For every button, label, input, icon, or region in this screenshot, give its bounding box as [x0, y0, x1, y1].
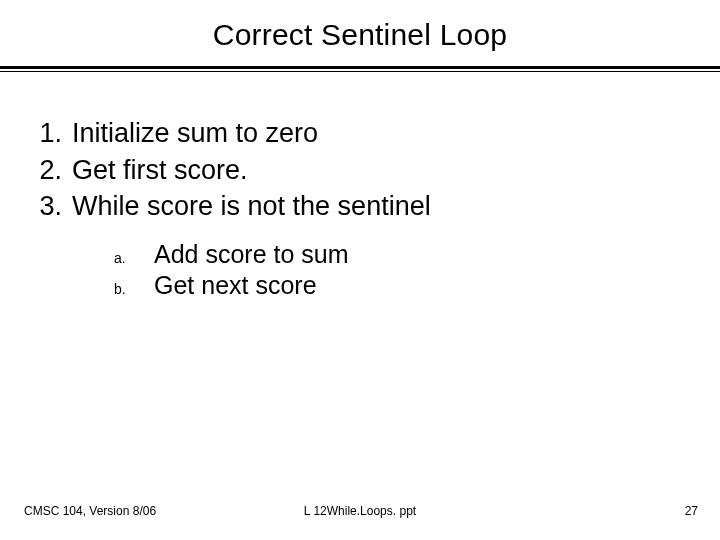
main-list: 1. Initialize sum to zero 2. Get first s… [28, 116, 692, 224]
list-item: 1. Initialize sum to zero [28, 116, 692, 151]
slide-title: Correct Sentinel Loop [0, 18, 720, 52]
slide: Correct Sentinel Loop 1. Initialize sum … [0, 0, 720, 540]
list-text: While score is not the sentinel [72, 189, 431, 224]
list-item: 3. While score is not the sentinel [28, 189, 692, 224]
list-number: 1. [28, 116, 72, 151]
sub-label: b. [114, 281, 154, 297]
list-number: 3. [28, 189, 72, 224]
sub-text: Get next score [154, 271, 317, 300]
sub-list: a. Add score to sum b. Get next score [28, 240, 692, 300]
slide-footer: CMSC 104, Version 8/06 L 12While.Loops. … [0, 504, 720, 518]
footer-left: CMSC 104, Version 8/06 [24, 504, 156, 518]
list-number: 2. [28, 153, 72, 188]
list-item: a. Add score to sum [114, 240, 692, 269]
list-item: 2. Get first score. [28, 153, 692, 188]
sub-text: Add score to sum [154, 240, 349, 269]
list-text: Get first score. [72, 153, 248, 188]
sub-label: a. [114, 250, 154, 266]
footer-page-number: 27 [685, 504, 698, 518]
list-text: Initialize sum to zero [72, 116, 318, 151]
list-item: b. Get next score [114, 271, 692, 300]
slide-body: 1. Initialize sum to zero 2. Get first s… [0, 72, 720, 300]
